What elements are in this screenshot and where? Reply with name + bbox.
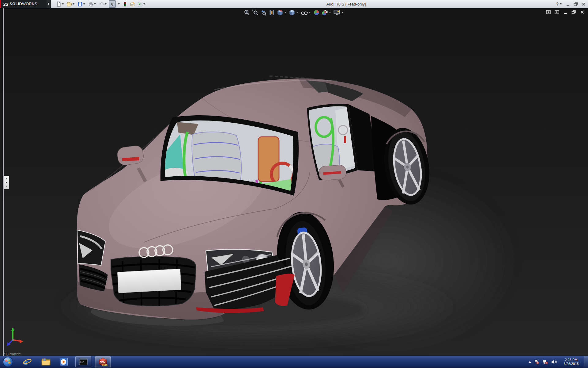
save-button[interactable]: [77, 0, 87, 8]
windows-explorer-button[interactable]: [41, 357, 51, 367]
eyeglasses-icon: [301, 9, 308, 16]
solidworks-2015-icon: SW 2015: [98, 357, 108, 367]
section-view-icon: [269, 9, 275, 16]
show-desktop-button[interactable]: [584, 356, 588, 368]
select-button[interactable]: [109, 0, 116, 8]
license-plate[interactable]: [117, 269, 181, 293]
network-error-icon[interactable]: [542, 359, 548, 365]
open-button[interactable]: [66, 0, 76, 8]
doc-minimize-button[interactable]: [563, 10, 567, 14]
section-view-button[interactable]: [268, 9, 276, 16]
solidworks-logo: 3S SOLIDWORKS: [0, 0, 47, 8]
comment-note-icon: [130, 2, 135, 7]
view-orientation-label: *Dimetric: [4, 352, 21, 356]
clock-date: 6/26/2015: [560, 362, 582, 366]
system-tray: 2:26 PM 6/26/2015: [529, 356, 588, 368]
help-button[interactable]: ?: [556, 2, 562, 6]
3ds-logo-icon: 3S: [3, 2, 8, 7]
internet-explorer-button[interactable]: e: [23, 357, 32, 367]
view-settings-icon: [334, 9, 341, 16]
window-controls: ?: [556, 0, 586, 8]
solidworks-taskbar-button[interactable]: SW 2015: [95, 356, 111, 367]
collapse-pane-right-button[interactable]: [555, 10, 559, 14]
apply-scene-button[interactable]: [321, 9, 332, 16]
save-floppy-icon: [77, 2, 83, 7]
doc-restore-button[interactable]: [571, 10, 576, 14]
graphics-viewport[interactable]: *Dimetric: [0, 8, 588, 356]
start-button[interactable]: [2, 357, 13, 367]
show-hidden-icons-button[interactable]: [529, 361, 531, 363]
seatback-orange-panel: [258, 137, 279, 182]
svg-text:e: e: [24, 357, 28, 366]
display-states-icon: [123, 2, 127, 7]
print-button[interactable]: [87, 0, 97, 8]
document-window-controls: [546, 10, 584, 14]
zoom-to-area-button[interactable]: [252, 9, 259, 16]
action-center-icon[interactable]: [534, 359, 539, 365]
close-button[interactable]: [582, 2, 586, 6]
new-document-button[interactable]: [55, 0, 65, 8]
minimize-button[interactable]: [566, 2, 570, 6]
brand-name: SOLIDWORKS: [9, 2, 37, 6]
windows-taskbar: e C:\_ SW 2015: [0, 356, 588, 368]
zoom-to-fit-button[interactable]: [243, 9, 251, 16]
volume-icon[interactable]: [551, 359, 557, 365]
view-orientation-button[interactable]: [277, 9, 288, 16]
options-list-icon: [138, 2, 143, 7]
new-document-icon: [56, 2, 61, 7]
media-player-button[interactable]: [59, 357, 69, 367]
appearance-ball-icon: [313, 9, 320, 16]
model-3d-canvas[interactable]: [0, 8, 588, 356]
view-orientation-cube-icon: [277, 9, 284, 16]
clock-time: 2:26 PM: [560, 358, 582, 362]
select-cursor-icon: [110, 2, 115, 7]
zoom-to-fit-icon: [244, 9, 251, 16]
edit-appearance-button[interactable]: [313, 9, 320, 16]
open-folder-icon: [67, 2, 72, 7]
media-player-icon: [59, 357, 69, 366]
taskbar-clock[interactable]: 2:26 PM 6/26/2015: [560, 358, 582, 366]
undo-icon: [99, 2, 104, 7]
command-prompt-icon: C:\_: [78, 358, 88, 366]
internet-explorer-icon: e: [23, 357, 32, 366]
doc-close-button[interactable]: [580, 10, 584, 14]
view-settings-button[interactable]: [333, 9, 345, 16]
previous-view-button[interactable]: [260, 9, 267, 16]
headsup-view-toolbar: [243, 9, 345, 16]
hide-show-items-button[interactable]: [300, 9, 312, 16]
svg-text:2015: 2015: [102, 364, 107, 366]
cmd-prompt-text: C:\_: [80, 361, 86, 363]
undo-button[interactable]: [98, 0, 108, 8]
menu-expand-arrow[interactable]: [47, 0, 51, 8]
reference-triad: [4, 324, 26, 347]
feature-pane-collapse-tab[interactable]: [4, 176, 9, 189]
select-dropdown[interactable]: [116, 0, 121, 8]
titlebar: 3S SOLIDWORKS: [0, 0, 588, 8]
window-title: Audi R8 S [Read-only]: [144, 2, 548, 6]
start-orb-icon: [2, 356, 13, 367]
collapse-pane-left-button[interactable]: [546, 10, 551, 14]
print-icon: [88, 2, 93, 7]
comment-button[interactable]: [129, 0, 136, 8]
brand-red-edge: [0, 0, 1, 8]
apply-scene-icon: [322, 9, 328, 16]
main-toolbar: [55, 0, 147, 8]
restore-button[interactable]: [574, 2, 578, 6]
previous-view-icon: [260, 9, 267, 16]
command-prompt-button[interactable]: C:\_: [75, 356, 91, 367]
display-states-button[interactable]: [122, 0, 128, 8]
display-style-cube-icon: [289, 9, 296, 16]
zoom-to-area-icon: [252, 9, 259, 16]
display-style-button[interactable]: [288, 9, 300, 16]
folder-icon: [41, 357, 51, 366]
